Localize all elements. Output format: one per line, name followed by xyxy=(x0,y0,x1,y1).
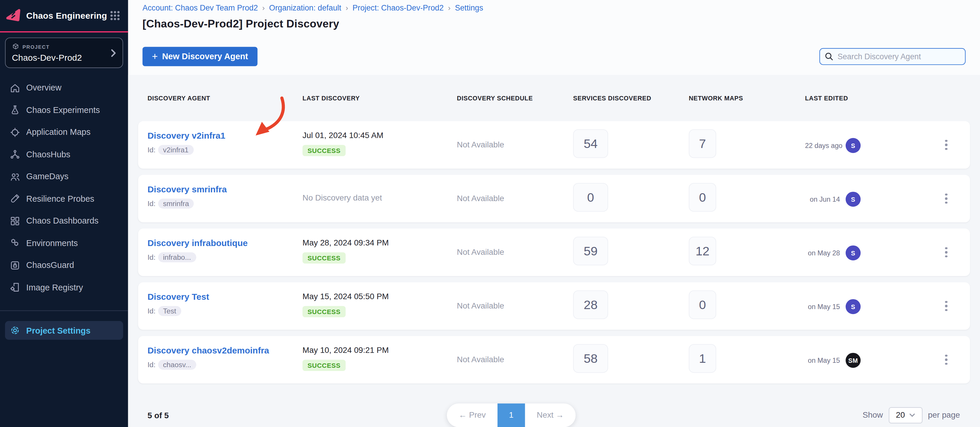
app-viewport: Chaos Engineering PROJECT Chaos-Dev-Prod… xyxy=(0,0,980,427)
id-label: Id: xyxy=(148,254,155,261)
new-discovery-agent-label: New Discovery Agent xyxy=(162,52,248,61)
people-icon xyxy=(10,171,21,183)
services-discovered-count: 0 xyxy=(573,183,608,212)
sidebar-item-label: Overview xyxy=(26,83,61,92)
avatar: S xyxy=(846,138,861,153)
sidebar-divider xyxy=(0,310,128,311)
col-header-last-edited: LAST EDITED xyxy=(805,95,940,102)
sidebar-item-chaosguard[interactable]: ChaosGuard xyxy=(0,254,128,276)
last-edited-text: 22 days ago xyxy=(805,142,840,149)
page-size-value: 20 xyxy=(896,410,905,420)
last-discovery-date: Jul 01, 2024 10:45 AM xyxy=(302,130,457,140)
id-label: Id: xyxy=(148,200,155,208)
pager: ← Prev 1 Next → xyxy=(447,403,576,427)
last-edited-text: on May 15 xyxy=(805,303,840,311)
sidebar-nav: Overview Chaos Experiments Application M… xyxy=(0,77,128,298)
new-discovery-agent-button[interactable]: + New Discovery Agent xyxy=(143,47,257,66)
brand-accent-bar xyxy=(0,31,128,32)
agent-name-link[interactable]: Discovery chaosv2demoinfra xyxy=(148,345,269,355)
sidebar-item-label: Application Maps xyxy=(26,127,91,137)
hexagons-icon xyxy=(10,238,21,249)
table-header-row: DISCOVERY AGENT LAST DISCOVERY DISCOVERY… xyxy=(138,75,970,102)
status-badge: SUCCESS xyxy=(302,252,345,264)
sidebar-item-overview[interactable]: Overview xyxy=(0,77,128,99)
harness-chaos-logo-icon xyxy=(5,8,21,24)
sidebar-item-label: Image Registry xyxy=(26,283,83,292)
row-menu-button[interactable] xyxy=(941,297,951,315)
id-label: Id: xyxy=(148,307,155,315)
project-selector[interactable]: PROJECT Chaos-Dev-Prod2 xyxy=(5,37,123,68)
id-label: Id: xyxy=(148,361,155,368)
breadcrumb-separator: › xyxy=(345,4,348,13)
id-label: Id: xyxy=(148,146,155,154)
sidebar-item-label: Project Settings xyxy=(26,326,91,335)
row-menu-button[interactable] xyxy=(941,190,951,208)
app-switcher-grid-icon[interactable] xyxy=(109,10,121,21)
last-discovery-date: May 10, 2024 09:21 PM xyxy=(302,345,457,355)
agent-id-pill: v2infra1 xyxy=(158,145,194,155)
discovery-agents-table: DISCOVERY AGENT LAST DISCOVERY DISCOVERY… xyxy=(128,75,980,427)
breadcrumb-project-link[interactable]: Project: Chaos-Dev-Prod2 xyxy=(353,4,444,13)
col-header-discovery-schedule: DISCOVERY SCHEDULE xyxy=(457,95,573,102)
home-icon xyxy=(10,82,21,94)
current-page-button[interactable]: 1 xyxy=(498,403,525,427)
sidebar-item-label: Chaos Experiments xyxy=(26,105,100,115)
status-badge: SUCCESS xyxy=(302,360,345,371)
services-discovered-count: 54 xyxy=(573,129,608,158)
services-discovered-count: 59 xyxy=(573,237,608,265)
services-discovered-count: 28 xyxy=(573,290,608,319)
sidebar-item-label: Resilience Probes xyxy=(26,194,94,203)
agent-id-pill: chaosv... xyxy=(158,360,196,370)
network-maps-count: 12 xyxy=(689,237,716,265)
row-menu-button[interactable] xyxy=(941,243,951,261)
sidebar-item-application-maps[interactable]: Application Maps xyxy=(0,121,128,143)
agent-name-link[interactable]: Discovery infraboutique xyxy=(148,238,248,248)
col-header-discovery-agent: DISCOVERY AGENT xyxy=(148,95,302,102)
row-menu-button[interactable] xyxy=(941,136,951,154)
last-discovery-date: May 28, 2024 09:34 PM xyxy=(302,238,457,247)
sidebar-item-project-settings[interactable]: Project Settings xyxy=(5,321,123,340)
sidebar-item-chaos-dashboards[interactable]: Chaos Dashboards xyxy=(0,210,128,232)
breadcrumb-organization-link[interactable]: Organization: default xyxy=(269,4,341,13)
sidebar-item-chaoshubs[interactable]: ChaosHubs xyxy=(0,143,128,165)
next-page-button[interactable]: Next → xyxy=(525,410,576,420)
last-discovery-date: May 15, 2024 05:50 PM xyxy=(302,292,457,301)
page-size-select[interactable]: 20 xyxy=(889,407,923,423)
table-row: Discovery chaosv2demoinfra Id:chaosv... … xyxy=(138,336,970,384)
table-row: Discovery v2infra1 Id:v2infra1 Jul 01, 2… xyxy=(138,121,970,169)
pagination: 5 of 5 ← Prev 1 Next → Show 20 per page xyxy=(138,390,970,427)
search-input[interactable] xyxy=(819,48,966,65)
network-maps-count: 1 xyxy=(689,344,716,373)
last-edited-text: on May 15 xyxy=(805,357,840,364)
sidebar-item-chaos-experiments[interactable]: Chaos Experiments xyxy=(0,99,128,121)
col-header-last-discovery: LAST DISCOVERY xyxy=(302,95,457,102)
status-badge: SUCCESS xyxy=(302,306,345,317)
table-row: Discovery infraboutique Id:infrabo... Ma… xyxy=(138,229,970,276)
search-box xyxy=(819,48,966,65)
agent-name-link[interactable]: Discovery smrinfra xyxy=(148,184,227,194)
network-nodes-icon xyxy=(10,149,21,160)
sidebar-item-resilience-probes[interactable]: Resilience Probes xyxy=(0,188,128,210)
network-maps-count: 7 xyxy=(689,129,716,158)
services-discovered-count: 58 xyxy=(573,344,608,373)
agent-name-link[interactable]: Discovery Test xyxy=(148,292,209,302)
sidebar-item-gamedays[interactable]: GameDays xyxy=(0,165,128,188)
sidebar-item-image-registry[interactable]: Image Registry xyxy=(0,276,128,298)
row-menu-button[interactable] xyxy=(941,351,951,368)
agent-name-link[interactable]: Discovery v2infra1 xyxy=(148,130,225,140)
gear-icon xyxy=(10,325,21,336)
breadcrumb-settings-link[interactable]: Settings xyxy=(455,4,483,13)
agent-id-pill: infrabo... xyxy=(158,252,196,262)
sidebar-item-environments[interactable]: Environments xyxy=(0,232,128,254)
discovery-schedule: Not Available xyxy=(457,194,504,203)
avatar: S xyxy=(846,192,861,206)
cube-icon xyxy=(12,43,19,51)
sidebar: Chaos Engineering PROJECT Chaos-Dev-Prod… xyxy=(0,0,128,427)
breadcrumb-account-link[interactable]: Account: Chaos Dev Team Prod2 xyxy=(143,4,258,13)
breadcrumb: Account: Chaos Dev Team Prod2 › Organiza… xyxy=(128,0,980,13)
col-header-network-maps: NETWORK MAPS xyxy=(689,95,805,102)
chevron-right-icon xyxy=(111,48,116,57)
sidebar-item-label: ChaosGuard xyxy=(26,260,74,270)
prev-page-button[interactable]: ← Prev xyxy=(447,410,498,420)
chevron-down-icon xyxy=(909,413,915,417)
